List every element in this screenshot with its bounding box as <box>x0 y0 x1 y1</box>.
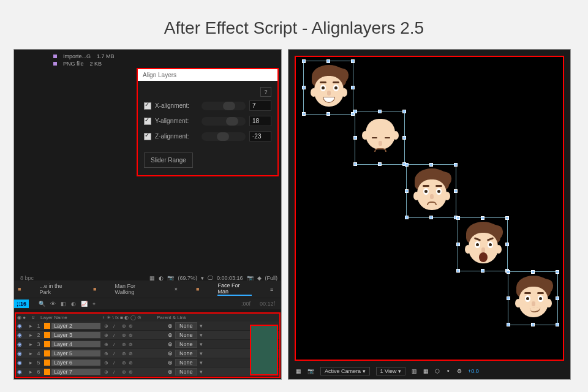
transform-handle[interactable] <box>481 216 484 220</box>
transform-handle[interactable] <box>456 216 460 220</box>
transform-handle[interactable] <box>531 270 535 274</box>
parent-dropdown[interactable]: None <box>175 322 197 330</box>
transform-handle[interactable] <box>405 216 409 219</box>
x-value-input[interactable]: 7 <box>249 100 271 111</box>
transform-handle[interactable] <box>353 136 357 140</box>
twirl-icon[interactable]: ▸ <box>29 360 34 366</box>
snap-icon[interactable]: ⌖ <box>92 301 96 307</box>
share-icon[interactable]: ⚬ <box>446 368 451 374</box>
transform-handle[interactable] <box>405 189 409 193</box>
shy-icon[interactable]: 👁 <box>50 301 56 307</box>
tab-walking[interactable]: Man For Walking <box>115 283 156 295</box>
search-icon[interactable]: 🔍 <box>39 301 45 307</box>
transform-handle[interactable] <box>429 163 433 167</box>
layer-bars[interactable] <box>250 325 278 375</box>
label-color[interactable] <box>44 332 50 338</box>
twirl-icon[interactable]: ▸ <box>29 323 34 329</box>
layer-switches[interactable]: ⊕/⊚⊚ <box>100 323 168 329</box>
transform-handle[interactable] <box>351 86 355 89</box>
table-row[interactable]: ◉ ▸ 1 Layer 2 ⊕/⊚⊚ ⊚None▾ <box>16 322 279 331</box>
layer-bounding-box[interactable] <box>406 164 456 218</box>
graph-icon[interactable]: 📈 <box>81 301 88 307</box>
z-checkbox[interactable] <box>144 133 151 140</box>
transform-handle[interactable] <box>505 243 509 246</box>
twirl-icon[interactable]: ▸ <box>29 350 34 356</box>
twirl-icon[interactable]: ▸ <box>29 369 34 375</box>
transform-handle[interactable] <box>302 112 306 116</box>
layer-name[interactable]: Layer 2 <box>51 323 100 329</box>
gear-icon[interactable]: ⚙ <box>457 368 462 374</box>
transform-handle[interactable] <box>556 270 559 274</box>
layout-icon[interactable]: ▥ <box>412 368 417 374</box>
layer-bounding-box[interactable] <box>458 217 508 271</box>
transform-handle[interactable] <box>302 86 306 89</box>
pickwhip-icon[interactable]: ⊚ <box>168 369 173 375</box>
pickwhip-icon[interactable]: ⊚ <box>168 360 173 366</box>
label-color[interactable] <box>44 341 50 347</box>
transform-handle[interactable] <box>402 136 406 140</box>
tab-menu-icon[interactable]: ≡ <box>270 287 277 292</box>
transform-handle[interactable] <box>481 269 484 273</box>
transform-handle[interactable] <box>405 163 409 167</box>
tab-park[interactable]: ...e in the Park <box>39 283 75 295</box>
project-item-name[interactable]: PNG file <box>63 61 84 67</box>
transform-handle[interactable] <box>351 59 355 63</box>
pickwhip-icon[interactable]: ⊚ <box>168 341 173 347</box>
motion-blur-icon[interactable]: ◐ <box>71 301 76 307</box>
label-color[interactable] <box>44 360 50 366</box>
camera-icon[interactable]: 📷 <box>307 368 314 374</box>
z-slider[interactable] <box>202 132 246 141</box>
transform-handle[interactable] <box>456 269 460 273</box>
visibility-icon[interactable]: ◉ <box>16 350 23 356</box>
layer-switches[interactable]: ⊕/⊚⊚ <box>100 342 168 347</box>
parent-dropdown[interactable]: None <box>175 350 197 357</box>
transform-handle[interactable] <box>454 163 458 167</box>
transform-handle[interactable] <box>507 323 510 326</box>
label-color[interactable] <box>44 323 50 329</box>
grid-icon[interactable]: ▦ <box>296 368 301 374</box>
layer-switches[interactable]: ⊕/⊚⊚ <box>100 369 168 375</box>
transform-handle[interactable] <box>326 59 330 63</box>
layer-bounding-box[interactable] <box>508 271 558 325</box>
transform-handle[interactable] <box>402 110 406 113</box>
layer-name[interactable]: Layer 7 <box>51 369 100 375</box>
parent-dropdown[interactable]: None <box>175 368 197 375</box>
transform-handle[interactable] <box>507 296 510 300</box>
transform-handle[interactable] <box>378 110 382 113</box>
col-name[interactable]: Layer Name <box>40 315 102 320</box>
y-checkbox[interactable] <box>144 118 151 125</box>
transform-handle[interactable] <box>505 216 509 220</box>
visibility-icon[interactable]: ◉ <box>16 341 23 347</box>
project-item-name[interactable]: Importe...G <box>63 53 91 59</box>
layer-name[interactable]: Layer 5 <box>51 350 100 356</box>
transform-handle[interactable] <box>353 162 357 166</box>
pickwhip-icon[interactable]: ⊚ <box>168 332 173 338</box>
z-value-input[interactable]: -23 <box>249 131 271 141</box>
tab-face[interactable]: Face For Man <box>217 282 252 296</box>
visibility-icon[interactable]: ◉ <box>16 332 23 338</box>
table-row[interactable]: ◉ ▸ 6 Layer 7 ⊕/⊚⊚ ⊚None▾ <box>16 368 279 377</box>
transform-handle[interactable] <box>378 162 382 166</box>
view-dropdown[interactable]: 1 View ▾ <box>376 367 405 375</box>
layer-switches[interactable]: ⊕/⊚⊚ <box>100 333 168 338</box>
layer-switches[interactable]: ⊕/⊚⊚ <box>100 351 168 356</box>
camera-dropdown[interactable]: Active Camera ▾ <box>320 367 370 375</box>
table-row[interactable]: ◉ ▸ 2 Layer 3 ⊕/⊚⊚ ⊚None▾ <box>16 331 279 340</box>
help-button[interactable]: ? <box>260 87 271 97</box>
frame-blend-icon[interactable]: ◧ <box>61 301 66 307</box>
transform-handle[interactable] <box>456 243 460 246</box>
visibility-icon[interactable]: ◉ <box>16 323 23 329</box>
x-slider[interactable] <box>202 102 246 110</box>
pixel-aspect-icon[interactable]: ▦ <box>423 368 429 374</box>
transform-handle[interactable] <box>429 216 433 219</box>
current-time[interactable]: ;:16 <box>14 300 29 308</box>
transform-handle[interactable] <box>507 270 510 274</box>
x-checkbox[interactable] <box>144 102 151 110</box>
twirl-icon[interactable]: ▸ <box>29 332 34 338</box>
layer-name[interactable]: Layer 6 <box>51 360 100 366</box>
slider-range-button[interactable]: Slider Range <box>144 153 193 168</box>
transform-handle[interactable] <box>531 323 535 326</box>
layer-bounding-box[interactable] <box>303 61 353 115</box>
transform-handle[interactable] <box>556 296 559 300</box>
y-value-input[interactable]: 18 <box>249 116 271 126</box>
